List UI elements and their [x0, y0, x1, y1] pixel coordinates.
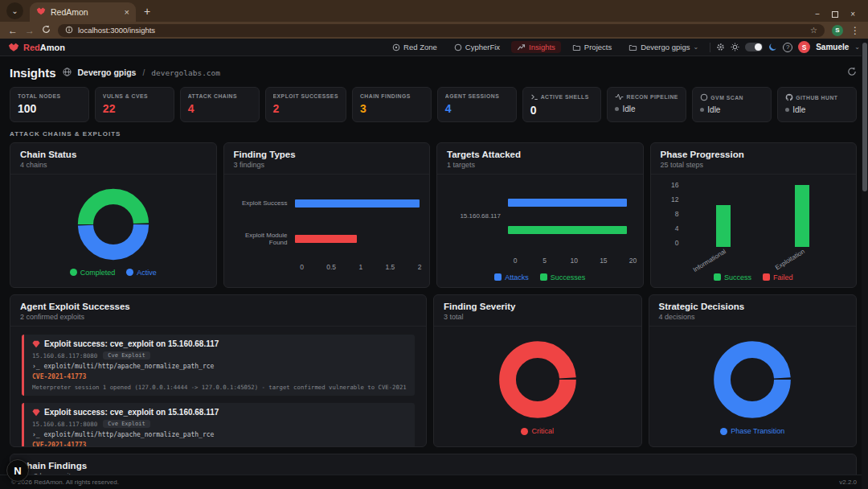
- moon-icon: [768, 43, 777, 51]
- bar-group: 15.160.68.117: [447, 199, 633, 234]
- nav-item-cypherfix[interactable]: CypherFix: [448, 41, 506, 53]
- chart-legend: SuccessFailed: [661, 273, 847, 281]
- donut-chart: [444, 338, 632, 421]
- copyright-text: © 2026 RedAmon. All rights reserved.: [11, 479, 119, 486]
- user-name[interactable]: Samuele: [816, 43, 849, 51]
- chart-row-2: Agent Exploit Successes 2 confirmed expl…: [10, 294, 857, 447]
- gear-icon[interactable]: [716, 43, 725, 51]
- legend-label: Critical: [531, 427, 554, 435]
- idle-dot-icon: [700, 108, 704, 112]
- brand-red: Red: [23, 43, 40, 52]
- chevron-down-icon[interactable]: ⌄: [854, 43, 860, 51]
- stat-label: ATTACK CHAINS: [188, 93, 252, 99]
- card-header: Finding Types 3 findings: [224, 143, 430, 175]
- nav-item-devergo-gpigs[interactable]: Devergo gpigs⌄: [623, 41, 704, 53]
- card-header: Agent Exploit Successes 2 confirmed expl…: [10, 295, 426, 327]
- circle-icon: [454, 43, 462, 51]
- exploit-entry-title: Exploit success: cve_exploit on 15.160.6…: [32, 339, 407, 348]
- stats-row: TOTAL NODES 100 VULNS & CVES 22 ATTACK C…: [10, 87, 857, 122]
- stat-label: VULNS & CVES: [103, 93, 166, 99]
- exploit-cve[interactable]: CVE-2021-41773: [32, 442, 407, 447]
- url-bar[interactable]: localhost:3000/insights ☆: [58, 24, 825, 37]
- help-icon[interactable]: ?: [783, 43, 792, 52]
- browser-menu-icon[interactable]: ⋮: [850, 26, 860, 35]
- exploit-entry[interactable]: Exploit success: cve_exploit on 15.160.6…: [22, 335, 415, 396]
- nav-item-red-zone[interactable]: Red Zone: [387, 41, 443, 53]
- activity-icon: [615, 93, 624, 101]
- stat-label: AGENT SESSIONS: [445, 93, 509, 99]
- y-axis: 1612840: [665, 181, 685, 247]
- card-title: Chain Findings: [20, 461, 846, 471]
- divider: [710, 43, 710, 52]
- finding-severity-card: Finding Severity 3 total Critical: [433, 294, 642, 447]
- stat-label-text: AGENT SESSIONS: [445, 93, 499, 99]
- exploit-module: ›_ exploit/multi/http/apache_normalize_p…: [32, 431, 407, 438]
- minimize-icon[interactable]: −: [815, 10, 820, 18]
- new-tab-button[interactable]: +: [144, 5, 150, 18]
- stat-label: TOTAL NODES: [18, 93, 81, 99]
- legend-label: Phase Transition: [731, 427, 784, 435]
- reload-button[interactable]: [42, 25, 51, 35]
- stat-card: TOTAL NODES 100: [10, 87, 89, 122]
- maximize-icon[interactable]: [832, 11, 838, 18]
- project-name[interactable]: Devergo gpigs: [78, 68, 137, 77]
- theme-toggle[interactable]: [745, 43, 763, 51]
- scrollbar-thumb[interactable]: [862, 43, 867, 191]
- stat-value: 100: [18, 102, 81, 115]
- legend-swatch: [763, 273, 770, 281]
- stat-idle-status: Idle: [785, 105, 849, 114]
- axis-tick: 0: [300, 263, 304, 271]
- legend-label: Attacks: [505, 273, 529, 281]
- chart-legend: Critical: [444, 427, 632, 435]
- x-axis: 00.511.52: [302, 263, 420, 274]
- nav-item-projects[interactable]: Projects: [567, 41, 617, 53]
- exploit-title-text: Exploit success: cve_exploit on 15.160.6…: [44, 339, 219, 348]
- app-logo[interactable]: RedAmon: [8, 42, 65, 53]
- bar-group: Exploit Success: [234, 199, 420, 208]
- legend-label: Success: [724, 273, 751, 281]
- card-subtitle: 25 total steps: [661, 161, 847, 169]
- user-avatar[interactable]: S: [798, 41, 810, 53]
- chart-legend: CompletedActive: [20, 269, 207, 277]
- bars: [508, 199, 633, 234]
- axis-tick: 0: [675, 239, 679, 247]
- forward-button[interactable]: →: [25, 26, 35, 35]
- browser-chrome: ⌄ RedAmon × + − × ← → localhost:3000/ins…: [0, 0, 868, 39]
- tab-close-icon[interactable]: ×: [125, 7, 129, 17]
- insights-page: Insights Devergo gpigs / devergolabs.com…: [0, 56, 868, 489]
- folder-icon: [572, 43, 581, 51]
- page-scrollbar[interactable]: [862, 39, 868, 489]
- stat-card: GITHUB HUNT Idle: [777, 87, 857, 122]
- stat-card: CHAIN FINDINGS 3: [352, 87, 432, 122]
- back-button[interactable]: ←: [8, 26, 18, 35]
- refresh-button[interactable]: [847, 65, 857, 80]
- chart-body: Exploit SuccessExploit Module Found00.51…: [224, 175, 430, 287]
- stat-label-text: ATTACK CHAINS: [188, 93, 237, 99]
- window-close-icon[interactable]: ×: [850, 10, 855, 18]
- bar: [795, 185, 809, 247]
- axis-tick: 0.5: [326, 263, 336, 271]
- nav-item-label: Red Zone: [403, 43, 437, 51]
- legend-item: Active: [126, 269, 157, 277]
- stat-value: 2: [273, 102, 338, 115]
- exploit-cve[interactable]: CVE-2021-41773: [32, 373, 407, 380]
- trend-icon: [517, 43, 526, 51]
- toggle-knob: [755, 43, 762, 51]
- axis-tick: 0: [514, 257, 518, 265]
- exploit-entry[interactable]: Exploit success: cve_exploit on 15.160.6…: [22, 403, 415, 447]
- card-subtitle: 3 findings: [234, 161, 420, 169]
- legend-item: Successes: [540, 273, 586, 281]
- stat-value: 0: [530, 104, 594, 117]
- browser-tab[interactable]: RedAmon ×: [30, 2, 136, 22]
- site-info-icon[interactable]: [65, 26, 73, 35]
- section-label: ATTACK CHAINS & EXPLOITS: [10, 130, 857, 138]
- nav-item-insights[interactable]: Insights: [511, 41, 561, 53]
- bookmark-star-icon[interactable]: ☆: [810, 26, 817, 35]
- tab-search-button[interactable]: ⌄: [6, 2, 23, 19]
- nextjs-dev-badge[interactable]: N: [6, 459, 29, 482]
- version-text: v2.2.0: [839, 479, 857, 486]
- legend-item: Attacks: [494, 273, 529, 281]
- chart-body: Phase Transition: [649, 327, 857, 446]
- idle-dot-icon: [615, 107, 619, 111]
- browser-profile-avatar[interactable]: S: [832, 25, 843, 36]
